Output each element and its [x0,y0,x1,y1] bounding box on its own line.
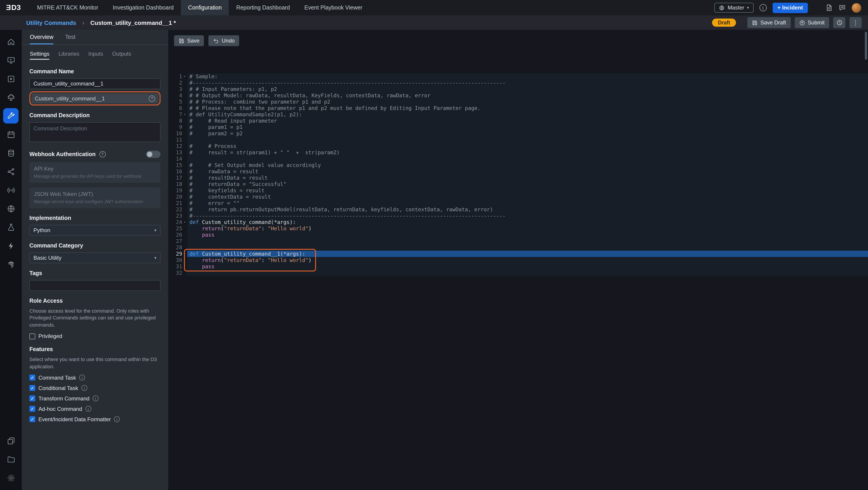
checkbox-checked-icon[interactable]: ✓ [29,406,35,412]
code-editor[interactable]: 1▾234567▾8910111213141516171819202122232… [168,73,868,276]
code-line-5[interactable]: # # Process: combine two parameter p1 an… [187,98,868,105]
editor-code[interactable]: # Sample:#------------------------------… [187,73,868,276]
fold-icon[interactable]: ▾ [182,111,187,118]
command-name-input[interactable] [29,78,160,89]
share-nodes-icon[interactable] [3,164,19,179]
code-line-10[interactable]: # param2 = p2 [187,130,868,137]
feature-checkbox-conditional-task[interactable]: ✓Conditional Taski [29,385,160,392]
checkbox-unchecked-icon[interactable] [29,333,35,339]
info-icon[interactable]: i [114,416,120,422]
new-incident-button[interactable]: + Incident [772,2,808,13]
code-line-31[interactable]: pass [187,263,868,270]
code-line-26[interactable]: pass [187,232,868,238]
code-line-30[interactable]: return("returnData": "Hello world") [187,257,868,263]
database-icon[interactable] [3,145,19,161]
zap-icon[interactable] [3,238,19,253]
code-line-21[interactable]: # error = "" [187,200,868,206]
command-category-select[interactable]: Basic Utility ▾ [29,253,160,263]
code-line-4[interactable]: # # Output Model: rawData, resultData, K… [187,92,868,98]
code-line-32[interactable] [187,270,868,276]
feature-checkbox-event-incident-data-formatter[interactable]: ✓Event/Incident Data Formatteri [29,416,160,423]
code-line-9[interactable]: # param1 = p1 [187,124,868,130]
calendar-icon[interactable] [3,127,19,142]
subtab-libraries[interactable]: Libraries [59,51,79,60]
info-icon[interactable]: i [93,396,98,402]
code-line-20[interactable]: # contextData = result [187,194,868,200]
code-line-22[interactable]: # return pb.returnOutputModel(resultData… [187,206,868,213]
code-line-1[interactable]: # Sample: [187,73,868,80]
folder-icon[interactable] [3,452,19,467]
flask-icon[interactable] [3,220,19,235]
code-line-11[interactable] [187,137,868,143]
copy-icon[interactable] [3,433,19,449]
code-line-12[interactable]: # # Process [187,143,868,149]
code-line-8[interactable]: # # Read input parameter [187,118,868,124]
command-internal-name-field[interactable]: Custom_utility_command__1 ? [31,93,159,104]
globe-icon[interactable] [3,201,19,216]
info-icon[interactable]: i [79,375,85,381]
subtab-outputs[interactable]: Outputs [112,51,131,60]
info-icon[interactable]: i [85,406,91,412]
tab-test[interactable]: Test [65,34,75,44]
code-line-24[interactable]: def Custom_utility_command(*args): [187,219,868,225]
checkbox-checked-icon[interactable]: ✓ [29,385,35,391]
privileged-checkbox-row[interactable]: Privileged [29,333,160,339]
save-draft-button[interactable]: Save Draft [747,17,790,28]
code-line-18[interactable]: # returnData = "Successful" [187,181,868,187]
wrench-icon[interactable] [3,108,19,123]
checkbox-checked-icon[interactable]: ✓ [29,416,35,422]
subtab-settings[interactable]: Settings [30,51,50,60]
site-selector[interactable]: Master ▾ [715,3,753,13]
code-line-16[interactable]: # rawData = result [187,168,868,175]
gear-icon[interactable] [3,470,19,486]
fold-icon[interactable]: ▾ [182,73,187,80]
code-line-2[interactable]: #---------------------------------------… [187,80,868,86]
code-line-3[interactable]: # # Input Parameters: p1, p2 [187,86,868,92]
nav-reporting-dashboard[interactable]: Reporting Dashboard [229,0,297,16]
user-avatar[interactable] [852,3,861,12]
feature-checkbox-transform-command[interactable]: ✓Transform Commandi [29,396,160,402]
fold-icon[interactable]: ▾ [182,219,187,225]
submit-button[interactable]: Submit [795,17,829,28]
play-square-icon[interactable] [3,71,19,86]
breadcrumb-utility-commands[interactable]: Utility Commands [26,20,76,26]
code-line-15[interactable]: # # Set Output model value accordingly [187,162,868,168]
code-line-23[interactable]: #---------------------------------------… [187,213,868,219]
checkbox-checked-icon[interactable]: ✓ [29,375,35,381]
nav-mitre-attck-monitor[interactable]: MITRE ATT&CK Monitor [30,0,105,16]
help-icon[interactable]: ? [149,95,155,102]
tags-input[interactable] [29,280,160,291]
version-history-button[interactable] [833,17,845,28]
broadcast-icon[interactable] [3,182,19,198]
more-options-button[interactable]: ⋮ [849,17,862,28]
nav-event-playbook-viewer[interactable]: Event Playbook Viewer [297,0,370,16]
webhook-help-icon[interactable]: ? [99,151,105,157]
fingerprint-icon[interactable] [3,257,19,272]
code-line-17[interactable]: # resultData = result [187,175,868,181]
code-line-13[interactable]: # result = str(param1) + " " + str(param… [187,149,868,156]
tab-overview[interactable]: Overview [30,34,53,44]
d3-logo[interactable]: ED3 [0,0,30,16]
code-line-14[interactable] [187,156,868,162]
monitor-play-icon[interactable] [3,53,19,68]
webhook-toggle[interactable] [146,151,160,158]
fold-icon[interactable]: ▾ [182,251,187,257]
scrollbar-thumb[interactable] [865,32,867,60]
implementation-select[interactable]: Python ▾ [29,225,160,236]
report-icon[interactable] [826,4,833,11]
code-line-29[interactable]: def Custom_utility_command__1(*args): [187,251,868,257]
feature-checkbox-ad-hoc-command[interactable]: ✓Ad-hoc Commandi [29,406,160,412]
code-line-25[interactable]: return("returnData": "Hello world") [187,225,868,232]
info-icon[interactable]: i [81,385,87,391]
editor-save-button[interactable]: Save [174,35,204,46]
code-line-7[interactable]: # def UtilityCommandSample2(p1, p2): [187,111,868,118]
nav-configuration[interactable]: Configuration [181,0,229,16]
subtab-inputs[interactable]: Inputs [88,51,103,60]
code-line-19[interactable]: # keyfields = result [187,187,868,194]
info-icon[interactable]: i [759,4,767,11]
editor-undo-button[interactable]: Undo [209,35,239,46]
chat-icon[interactable] [839,4,846,11]
feature-checkbox-command-task[interactable]: ✓Command Taski [29,375,160,381]
command-description-input[interactable] [29,122,160,142]
checkbox-checked-icon[interactable]: ✓ [29,396,35,402]
